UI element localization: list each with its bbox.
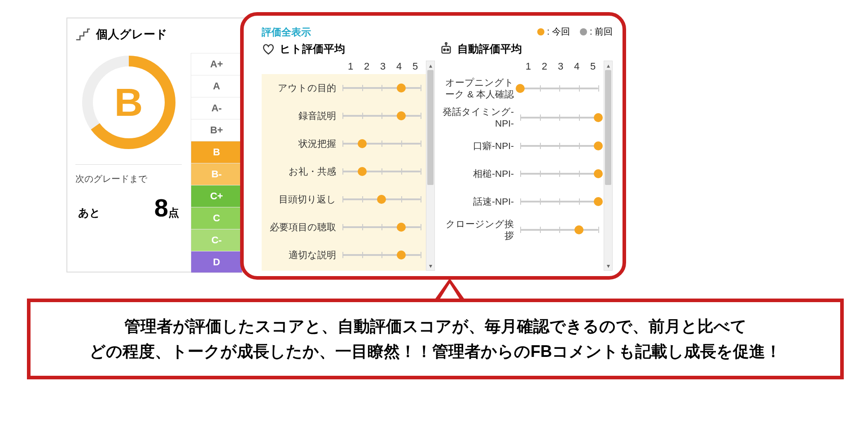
grade-ladder-row: B <box>191 141 242 163</box>
human-eval-inner: 12345 アウトの目的録音説明状況把握お礼・共感目頭切り返し必要項目の聴取適切… <box>262 61 426 271</box>
vertical-scrollbar[interactable]: ▴ ▾ <box>604 61 613 271</box>
auto-eval-scroll: 12345 オープニングトーク & 本人確認発話タイミング-NPI-口癖-NPI… <box>439 61 613 271</box>
metric-value-dot-icon <box>377 195 386 204</box>
grade-ladder-row: C- <box>191 229 242 251</box>
metric-value-dot-icon <box>358 139 367 148</box>
metric-track <box>342 171 421 172</box>
metric-row: 発話タイミング-NPI- <box>439 103 604 132</box>
metric-row: 状況把握 <box>262 130 426 158</box>
metric-label: 話速-NPI- <box>439 196 520 207</box>
grade-ladder-row: D <box>191 251 242 273</box>
grade-next-points-unit: 点 <box>168 207 179 219</box>
eval-top-row: 評価全表示 : 今回 : 前回 <box>262 26 613 39</box>
metric-track <box>342 143 421 145</box>
metric-value-dot-icon <box>594 141 603 150</box>
grade-left-column: B 次のグレードまで あと 8点 <box>75 53 182 273</box>
human-eval-scroll: 12345 アウトの目的録音説明状況把握お礼・共感目頭切り返し必要項目の聴取適切… <box>262 61 435 271</box>
svg-point-4 <box>447 49 449 51</box>
scale-tick-label: 1 <box>342 61 359 72</box>
grade-card-body: B 次のグレードまで あと 8点 A+AA-B+BB-C+CC-D <box>75 53 242 273</box>
grade-next-row: あと 8点 <box>75 193 182 222</box>
grade-letter: B <box>79 53 178 152</box>
auto-eval-title: 自動評価平均 <box>457 42 522 56</box>
grade-next-points-num: 8 <box>154 193 168 222</box>
metric-value-dot-icon <box>397 84 406 92</box>
grade-ladder-row: C <box>191 207 242 229</box>
metric-label: 発話タイミング-NPI- <box>439 106 520 130</box>
metric-label: お礼・共感 <box>262 166 342 177</box>
metric-label: オープニングトーク & 本人確認 <box>439 77 520 101</box>
vertical-scrollbar[interactable]: ▴ ▾ <box>426 61 435 271</box>
callout-text: 管理者が評価したスコアと、自動評価スコアが、毎月確認できるので、前月と比べて ど… <box>89 314 781 364</box>
grade-ladder: A+AA-B+BB-C+CC-D <box>191 53 242 273</box>
metric-row: 話速-NPI- <box>439 188 604 215</box>
legend-now-label: : 今回 <box>547 26 570 38</box>
metric-row: 必要項目の聴取 <box>262 213 426 241</box>
scroll-down-arrow-icon[interactable]: ▾ <box>607 261 610 270</box>
human-eval-title: ヒト評価平均 <box>280 42 345 56</box>
metric-value-dot-icon <box>397 111 406 120</box>
grade-ladder-row: B- <box>191 163 242 185</box>
legend-prev-label: : 前回 <box>590 26 613 38</box>
scale-tick-label: 5 <box>407 61 423 72</box>
svg-point-3 <box>443 49 445 51</box>
auto-eval-header: 自動評価平均 <box>439 42 613 56</box>
callout-box: 管理者が評価したスコアと、自動評価スコアが、毎月確認できるので、前月と比べて ど… <box>27 299 844 379</box>
show-all-evaluations-link[interactable]: 評価全表示 <box>262 26 311 39</box>
evaluation-columns: ヒト評価平均 12345 アウトの目的録音説明状況把握お礼・共感目頭切り返し必要… <box>262 42 613 271</box>
grade-next-points: 8点 <box>154 193 179 222</box>
grade-next-block: 次のグレードまで あと 8点 <box>75 164 182 222</box>
legend-prev: : 前回 <box>580 26 613 38</box>
scale-tick-label: 4 <box>391 61 407 72</box>
legend: : 今回 : 前回 <box>537 26 613 38</box>
dot-icon <box>580 28 587 35</box>
metric-label: 録音説明 <box>262 110 342 122</box>
auto-eval-inner: 12345 オープニングトーク & 本人確認発話タイミング-NPI-口癖-NPI… <box>439 61 604 271</box>
metric-value-dot-icon <box>574 225 583 234</box>
metric-label: クロージング挨拶 <box>439 218 520 242</box>
metric-track <box>342 115 421 117</box>
metric-value-dot-icon <box>358 167 367 176</box>
metric-row: アウトの目的 <box>262 74 426 102</box>
grade-card-header: 個人グレード <box>75 26 242 42</box>
metric-row: 適切な説明 <box>262 241 426 269</box>
metric-track <box>520 229 598 231</box>
metric-value-dot-icon <box>516 84 525 93</box>
metric-row: 目頭切り返し <box>262 185 426 213</box>
metric-track <box>342 226 421 228</box>
auto-metric-list: オープニングトーク & 本人確認発話タイミング-NPI-口癖-NPI-相槌-NP… <box>439 74 604 271</box>
grade-next-label: 次のグレードまで <box>75 173 182 185</box>
scroll-down-arrow-icon[interactable]: ▾ <box>429 261 432 270</box>
robot-icon <box>439 42 453 56</box>
canvas: 個人グレード B 次のグレードまで あと 8点 <box>0 0 868 422</box>
auto-eval-column: 自動評価平均 12345 オープニングトーク & 本人確認発話タイミング-NPI… <box>439 42 613 271</box>
svg-point-6 <box>445 43 447 44</box>
scale-tick-label: 3 <box>552 61 569 72</box>
auto-scale-row: 12345 <box>439 61 604 72</box>
metric-label: 状況把握 <box>262 138 342 149</box>
metric-track <box>342 254 421 256</box>
metric-row: お礼・共感 <box>262 158 426 185</box>
stairs-icon <box>75 28 91 41</box>
metric-track <box>342 87 421 89</box>
metric-label: 口癖-NPI- <box>439 140 520 152</box>
metric-track <box>520 173 598 175</box>
grade-ladder-row: C+ <box>191 185 242 207</box>
scale-tick-label: 2 <box>536 61 552 72</box>
personal-grade-card: 個人グレード B 次のグレードまで あと 8点 <box>66 18 251 273</box>
metric-label: 必要項目の聴取 <box>262 221 342 233</box>
metric-label: 適切な説明 <box>262 249 342 261</box>
metric-label: 相槌-NPI- <box>439 168 520 180</box>
scroll-up-arrow-icon[interactable]: ▴ <box>429 61 432 70</box>
grade-ladder-row: B+ <box>191 119 242 141</box>
scale-tick-label: 2 <box>359 61 375 72</box>
metric-label: アウトの目的 <box>262 82 342 94</box>
metric-row: 口癖-NPI- <box>439 132 604 160</box>
scale-tick-label: 3 <box>375 61 391 72</box>
metric-value-dot-icon <box>397 251 406 259</box>
callout-line2: どの程度、トークが成長したか、一目瞭然！！管理者からのFBコメントも記載し成長を… <box>89 342 781 360</box>
metric-track <box>520 201 598 202</box>
grade-ladder-row: A <box>191 75 242 97</box>
heart-icon <box>262 42 275 56</box>
scroll-up-arrow-icon[interactable]: ▴ <box>607 61 610 70</box>
